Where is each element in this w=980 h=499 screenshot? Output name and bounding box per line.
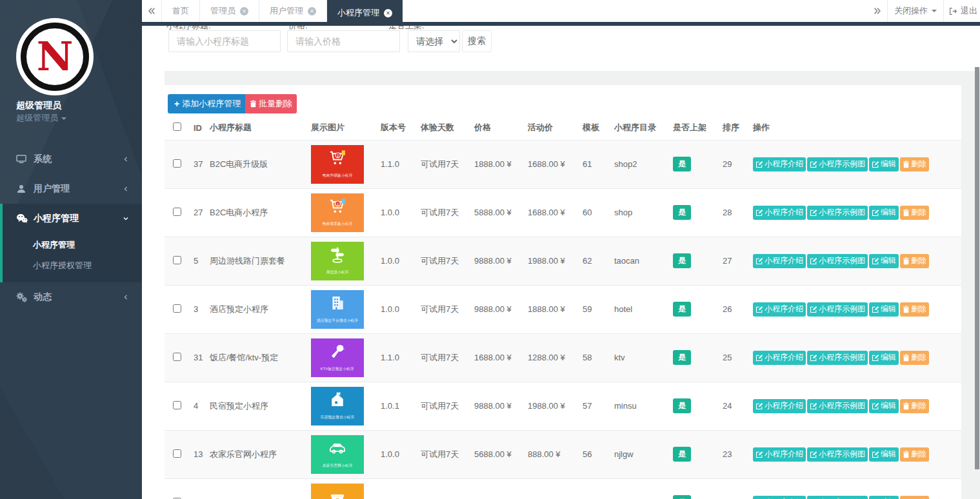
search-price-input[interactable]	[287, 30, 400, 52]
edit-button[interactable]: 编辑	[869, 157, 899, 171]
tab-用户管理[interactable]: 用户管理×	[259, 0, 327, 22]
cell-directory: njlgw	[614, 430, 673, 478]
intro-button[interactable]: 小程序介绍	[753, 496, 806, 499]
table-row: 4民宿预定小程序民宿预定微信小程序1.0.1可试用7天9888.00 ¥1988…	[165, 382, 961, 430]
example-image-button[interactable]: 小程序示例图	[807, 206, 868, 220]
cell-id: 13	[194, 430, 210, 478]
row-checkbox[interactable]	[173, 208, 181, 216]
collapse-sidebar-button[interactable]	[142, 0, 161, 22]
cell-activity-price	[528, 478, 583, 499]
mic-icon	[328, 342, 347, 363]
intro-button[interactable]: 小程序介绍	[753, 206, 806, 220]
cell-version	[381, 478, 421, 499]
intro-button[interactable]: 小程序介绍	[753, 399, 806, 413]
row-checkbox[interactable]	[173, 449, 181, 458]
row-checkbox[interactable]	[173, 304, 181, 313]
sidebar-group-2: 用户管理	[0, 174, 142, 204]
add-mini-program-button[interactable]: +添加小程序管理	[168, 94, 247, 113]
intro-button[interactable]: 小程序介绍	[753, 302, 806, 317]
edit-button[interactable]: 编辑	[869, 254, 899, 268]
delete-button[interactable]: 删除	[900, 399, 929, 413]
cell-price: 9888.00 ¥	[474, 382, 528, 430]
column-header: 操作	[753, 116, 961, 140]
column-header: 活动价	[528, 116, 583, 140]
expand-tabs-button[interactable]	[868, 6, 887, 15]
close-tab-icon[interactable]: ×	[384, 9, 392, 17]
cell-directory: minsu	[614, 382, 673, 430]
close-tab-icon[interactable]: ×	[240, 7, 248, 15]
intro-button[interactable]: 小程序介绍	[753, 351, 806, 365]
tab-首页[interactable]: 首页	[161, 0, 200, 22]
close-tab-icon[interactable]: ×	[308, 7, 316, 15]
sidebar-role-label: 超级管理员	[16, 113, 58, 122]
on-shelf-badge: 是	[673, 398, 691, 413]
table-row: 37B2C电商升级版电商升级版小程序1.1.0可试用7天1888.00 ¥168…	[165, 140, 961, 188]
example-image-button[interactable]: 小程序示例图	[807, 351, 868, 365]
row-checkbox[interactable]	[173, 401, 181, 409]
cell-sort: 28	[723, 188, 753, 237]
select-all-checkbox[interactable]	[173, 122, 181, 131]
row-checkbox[interactable]	[173, 256, 181, 264]
logo-ring: N	[21, 23, 89, 91]
delete-button[interactable]: 删除	[900, 496, 929, 499]
close-operations-dropdown[interactable]: 关闭操作	[888, 5, 943, 17]
edit-button[interactable]: 编辑	[869, 399, 899, 413]
sidebar-subitem[interactable]: 小程序管理	[3, 235, 142, 255]
sidebar-subitem[interactable]: 小程序授权管理	[3, 255, 142, 276]
column-header: 版本号	[381, 116, 421, 140]
cell-title: 农家乐官网小程序	[210, 430, 311, 478]
logo-letter: N	[37, 37, 74, 77]
edit-button[interactable]: 编辑	[869, 302, 899, 317]
scrollbar-thumb[interactable]	[975, 67, 979, 469]
sidebar-item[interactable]: 系统	[0, 144, 142, 174]
cell-template: 62	[583, 237, 614, 285]
cell-version: 1.0.0	[381, 237, 421, 285]
edit-button[interactable]: 编辑	[869, 206, 899, 220]
tab-小程序管理[interactable]: 小程序管理×	[327, 0, 403, 26]
row-checkbox[interactable]	[173, 159, 181, 168]
shelf-status-select[interactable]: 请选择	[408, 30, 460, 52]
intro-button[interactable]: 小程序介绍	[753, 254, 806, 268]
intro-button[interactable]: 小程序介绍	[753, 157, 806, 171]
logout-button[interactable]: 退出	[944, 5, 980, 17]
search-title-input[interactable]	[168, 30, 281, 52]
caret-down-icon	[932, 10, 937, 12]
example-image-button[interactable]: 小程序示例图	[807, 302, 868, 317]
sidebar-group-1: 系统	[0, 144, 142, 174]
column-header: ID	[194, 116, 210, 140]
example-image-button[interactable]: 小程序示例图	[807, 254, 868, 268]
on-shelf-badge: 是	[673, 495, 691, 499]
edit-button[interactable]: 编辑	[869, 351, 899, 365]
cell-trial: 可试用7天	[421, 237, 474, 285]
example-image-button[interactable]: 小程序示例图	[807, 496, 868, 499]
example-image-button[interactable]: 小程序示例图	[807, 399, 868, 413]
example-image-button[interactable]: 小程序示例图	[807, 157, 868, 171]
row-checkbox[interactable]	[173, 353, 181, 361]
example-image-button[interactable]: 小程序示例图	[807, 447, 868, 462]
delete-button[interactable]: 删除	[900, 447, 929, 462]
delete-button[interactable]: 删除	[900, 351, 929, 365]
batch-delete-button[interactable]: 批量删除	[245, 94, 297, 113]
chevron-left-icon	[123, 154, 129, 164]
display-image: 电商尊享版小程序	[311, 193, 364, 232]
delete-button[interactable]: 删除	[900, 206, 929, 220]
delete-button[interactable]: 删除	[900, 254, 929, 268]
edit-button[interactable]: 编辑	[869, 496, 899, 499]
intro-button[interactable]: 小程序介绍	[753, 447, 806, 462]
wechat-icon	[16, 213, 27, 224]
sidebar-role-dropdown[interactable]: 超级管理员	[16, 112, 66, 124]
sidebar-submenu: 小程序管理小程序授权管理	[3, 233, 142, 282]
cell-trial: 可试用7天	[421, 140, 474, 188]
edit-button[interactable]: 编辑	[869, 447, 899, 462]
search-button[interactable]: 搜索	[462, 30, 492, 52]
delete-button[interactable]: 删除	[900, 157, 929, 171]
sidebar-item[interactable]: 小程序管理	[3, 204, 142, 233]
cell-version: 1.0.0	[381, 188, 421, 237]
sidebar-group-3: 小程序管理小程序管理小程序授权管理	[0, 204, 142, 282]
sidebar-item[interactable]: 动态	[0, 282, 142, 312]
tab-管理员[interactable]: 管理员×	[200, 0, 259, 22]
cell-version: 1.0.0	[381, 285, 421, 333]
delete-button[interactable]: 删除	[900, 302, 929, 317]
cell-template: 58	[583, 333, 614, 382]
sidebar-item[interactable]: 用户管理	[0, 174, 142, 204]
